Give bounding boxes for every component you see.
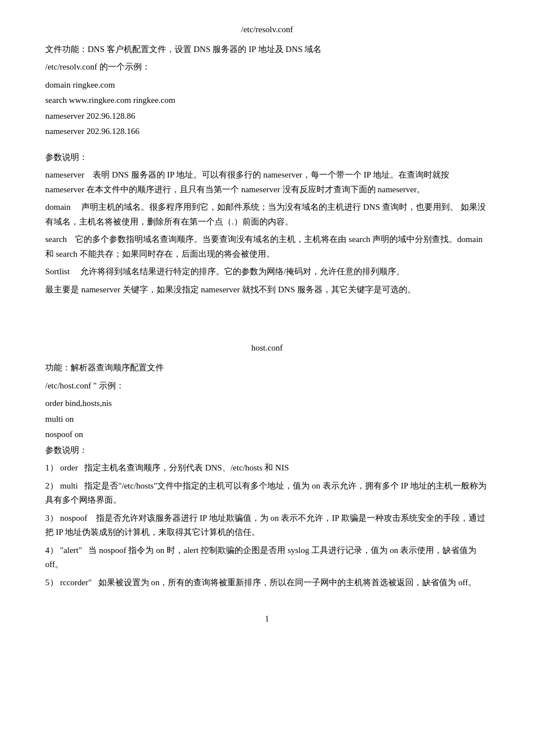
s2-param-nospoof-name: nospoof xyxy=(60,513,87,522)
s2-param-multi-num: 2） xyxy=(45,481,58,490)
section1-title: /etc/resolv.conf xyxy=(45,23,489,37)
s2-example-line-1: order bind,hosts,nis xyxy=(45,396,489,411)
s2-param-multi-name: multi xyxy=(60,481,78,490)
section1-params-title: 参数说明： xyxy=(45,150,489,165)
s2-param-nospoof-desc: 指是否允许对该服务器进行 IP 地址欺骗值，为 on 表示不允许，IP 欺骗是一… xyxy=(45,513,485,537)
section2-example-block: order bind,hosts,nis multi on nospoof on xyxy=(45,396,489,442)
example-line-3: nameserver 202.96.128.86 xyxy=(45,109,489,124)
param-sortlist-name: Sortlist xyxy=(45,267,70,276)
spacer-1 xyxy=(45,140,489,150)
param-search-desc: 它的多个参数指明域名查询顺序。当要查询没有域名的主机，主机将在由 search … xyxy=(45,235,483,258)
example-line-4: nameserver 202.96.128.166 xyxy=(45,124,489,139)
s2-param-alert-desc: 当 nospoof 指令为 on 时，alert 控制欺骗的企图是否用 sysl… xyxy=(45,546,476,569)
param-search-name: search xyxy=(45,235,67,244)
section2-example-label: /etc/host.conf " 示例： xyxy=(45,379,489,394)
param-domain: domain 声明主机的域名。很多程序用到它，如邮件系统；当为没有域名的主机进行… xyxy=(45,200,489,229)
param-domain-desc: 声明主机的域名。很多程序用到它，如邮件系统；当为没有域名的主机进行 DNS 查询… xyxy=(45,202,486,226)
s2-param-order-num: 1） xyxy=(45,463,58,472)
page-number-value: 1 xyxy=(265,615,269,623)
s2-param-alert-name: "alert" xyxy=(60,546,82,555)
page-number: 1 xyxy=(45,612,489,625)
s2-param-nospoof: 3） nospoof 指是否允许对该服务器进行 IP 地址欺骗值，为 on 表示… xyxy=(45,511,489,540)
s2-param-order: 1） order 指定主机名查询顺序，分别代表 DNS、/etc/hosts 和… xyxy=(45,461,489,476)
section1-example-block: domain ringkee.com search www.ringkee.co… xyxy=(45,78,489,139)
section2-params-title: 参数说明： xyxy=(45,443,489,458)
section2-intro: 功能：解析器查询顺序配置文件 xyxy=(45,361,489,375)
section1-example-label: /etc/resolv.conf 的一个示例： xyxy=(45,60,489,75)
s2-param-rccorder-num: 5） xyxy=(45,578,58,587)
param-search: search 它的多个参数指明域名查询顺序。当要查询没有域名的主机，主机将在由 … xyxy=(45,232,489,261)
section1-intro: 文件功能：DNS 客户机配置文件，设置 DNS 服务器的 IP 地址及 DNS … xyxy=(45,42,489,57)
page-content: /etc/resolv.conf 文件功能：DNS 客户机配置文件，设置 DNS… xyxy=(45,23,489,625)
s2-param-alert: 4） "alert" 当 nospoof 指令为 on 时，alert 控制欺骗… xyxy=(45,543,489,572)
s2-example-line-3: nospoof on xyxy=(45,427,489,442)
param-sortlist: Sortlist 允许将得到域名结果进行特定的排序。它的参数为网络/掩码对，允许… xyxy=(45,265,489,279)
s2-param-alert-num: 4） xyxy=(45,546,58,555)
param-nameserver: nameserver 表明 DNS 服务器的 IP 地址。可以有很多行的 nam… xyxy=(45,168,489,197)
param-nameserver-desc: 表明 DNS 服务器的 IP 地址。可以有很多行的 nameserver，每一个… xyxy=(45,170,449,194)
s2-param-nospoof-num: 3） xyxy=(45,513,58,522)
s2-param-rccorder: 5） rccorder" 如果被设置为 on，所有的查询将被重新排序，所以在同一… xyxy=(45,576,489,590)
spacer-3 xyxy=(45,321,489,341)
s2-param-rccorder-desc: 如果被设置为 on，所有的查询将被重新排序，所以在同一子网中的主机将首选被返回，… xyxy=(98,578,477,587)
s2-param-multi-desc: 指定是否"/etc/hosts"文件中指定的主机可以有多个地址，值为 on 表示… xyxy=(45,481,487,505)
example-line-2: search www.ringkee.com ringkee.com xyxy=(45,93,489,108)
example-line-1: domain ringkee.com xyxy=(45,78,489,93)
param-nameserver-name: nameserver xyxy=(45,170,84,179)
param-domain-name: domain xyxy=(45,202,71,211)
s2-param-multi: 2） multi 指定是否"/etc/hosts"文件中指定的主机可以有多个地址… xyxy=(45,479,489,508)
section1-footer: 最主要是 nameserver 关键字，如果没指定 nameserver 就找不… xyxy=(45,283,489,297)
s2-param-rccorder-name: rccorder" xyxy=(60,578,92,587)
s2-example-line-2: multi on xyxy=(45,412,489,427)
section2-title: host.conf xyxy=(45,341,489,355)
spacer-2 xyxy=(45,300,489,321)
s2-param-order-desc: 指定主机名查询顺序，分别代表 DNS、/etc/hosts 和 NIS xyxy=(84,463,289,472)
s2-param-order-name: order xyxy=(60,463,78,472)
param-sortlist-desc: 允许将得到域名结果进行特定的排序。它的参数为网络/掩码对，允许任意的排列顺序。 xyxy=(80,267,405,276)
